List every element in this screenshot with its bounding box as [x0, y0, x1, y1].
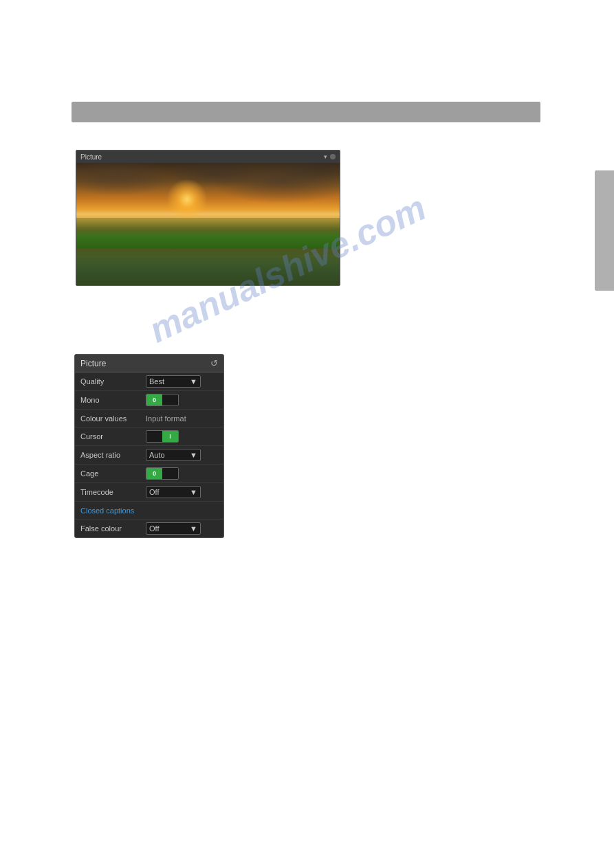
panel-refresh-icon[interactable]: ↺ [210, 358, 218, 368]
cursor-label: Cursor [80, 432, 146, 441]
panel-row-colour-values: Colour values Input format [75, 410, 223, 427]
picture-titlebar: Picture ▾ [76, 151, 340, 163]
cursor-toggle[interactable]: I [146, 430, 179, 443]
quality-value: Best [149, 377, 164, 386]
quality-label: Quality [80, 377, 146, 386]
titlebar-controls: ▾ [324, 153, 336, 160]
titlebar-close-dot[interactable] [330, 154, 336, 159]
sun-glow [166, 179, 208, 220]
quality-dropdown[interactable]: Best ▼ [146, 375, 201, 388]
picture-window-arrow: ▾ [324, 153, 327, 160]
cage-label: Cage [80, 469, 146, 478]
aspect-ratio-arrow: ▼ [190, 451, 197, 459]
picture-image [76, 163, 340, 285]
aspect-ratio-value: Auto [149, 451, 165, 459]
colour-values-value: Input format [146, 414, 186, 423]
picture-window: Picture ▾ [76, 150, 340, 286]
cage-toggle-on: 0 [146, 468, 162, 479]
panel-row-mono: Mono 0 [75, 391, 223, 410]
false-colour-value: Off [149, 524, 159, 533]
right-side-bar [595, 170, 614, 291]
panel-row-cursor: Cursor I [75, 427, 223, 446]
panel-titlebar: Picture ↺ [75, 355, 223, 372]
cursor-toggle-left [146, 431, 162, 442]
panel-row-aspect-ratio: Aspect ratio Auto ▼ [75, 446, 223, 465]
mono-toggle[interactable]: 0 [146, 394, 179, 406]
quality-dropdown-arrow: ▼ [190, 377, 197, 386]
false-colour-arrow: ▼ [190, 524, 197, 533]
settings-panel: Picture ↺ Quality Best ▼ Mono 0 Colour v… [74, 354, 224, 538]
aspect-ratio-label: Aspect ratio [80, 451, 146, 459]
aspect-ratio-dropdown[interactable]: Auto ▼ [146, 449, 201, 461]
panel-row-quality: Quality Best ▼ [75, 372, 223, 391]
mono-label: Mono [80, 396, 146, 404]
false-colour-dropdown[interactable]: Off ▼ [146, 522, 201, 535]
timecode-value: Off [149, 488, 159, 496]
panel-row-false-colour: False colour Off ▼ [75, 520, 223, 537]
cage-toggle[interactable]: 0 [146, 467, 179, 480]
panel-row-closed-captions: Closed captions [75, 502, 223, 520]
panel-row-timecode: Timecode Off ▼ [75, 483, 223, 502]
false-colour-label: False colour [80, 524, 146, 533]
panel-title: Picture [80, 359, 106, 368]
colour-values-label: Colour values [80, 414, 146, 423]
water-area [76, 249, 340, 285]
mono-toggle-on: 0 [146, 394, 162, 405]
picture-window-title: Picture [80, 153, 102, 161]
timecode-label: Timecode [80, 488, 146, 496]
cage-toggle-off [162, 468, 178, 479]
panel-row-cage: Cage 0 [75, 465, 223, 483]
cursor-toggle-right: I [162, 431, 178, 442]
timecode-dropdown[interactable]: Off ▼ [146, 486, 201, 498]
closed-captions-link[interactable]: Closed captions [80, 507, 218, 515]
timecode-arrow: ▼ [190, 488, 197, 496]
mono-toggle-off [162, 394, 178, 405]
header-bar [72, 102, 540, 122]
